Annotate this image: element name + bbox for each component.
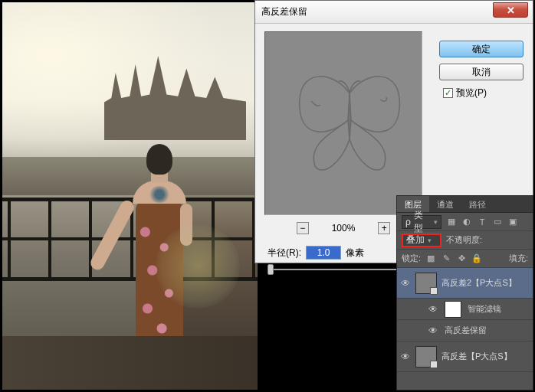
tab-paths[interactable]: 路径: [461, 196, 494, 212]
layer-thumbnail[interactable]: [415, 273, 437, 294]
smart-filters-row[interactable]: 👁 智能滤镜: [397, 299, 533, 320]
lock-transparency-icon[interactable]: ▩: [425, 253, 436, 264]
smart-object-badge-icon: [430, 361, 438, 368]
adjustment-filter-icon[interactable]: ◐: [461, 217, 472, 227]
ok-button[interactable]: 确定: [439, 41, 524, 57]
radius-unit: 像素: [346, 247, 364, 260]
lock-label: 锁定:: [402, 253, 421, 264]
filter-entry-name[interactable]: 高反差保留: [445, 325, 487, 336]
smart-filters-label: 智能滤镜: [468, 303, 501, 315]
dialog-titlebar[interactable]: 高反差保留 ✕: [255, 1, 533, 24]
visibility-toggle-icon[interactable]: 👁: [428, 325, 438, 336]
layer-name[interactable]: 高反差2【P大点S】: [441, 277, 517, 289]
lock-position-icon[interactable]: ✥: [456, 253, 467, 264]
smart-object-badge-icon: [430, 287, 438, 295]
smart-filter-icon[interactable]: ▣: [507, 217, 518, 227]
blend-mode-select[interactable]: 叠加▾: [402, 234, 441, 247]
walkway: [2, 336, 258, 390]
preview-checkbox[interactable]: ✓: [443, 88, 453, 98]
filter-entry-row[interactable]: 👁 高反差保留: [397, 320, 533, 341]
slider-thumb[interactable]: [268, 264, 274, 275]
zoom-in-button[interactable]: +: [378, 222, 390, 234]
layer-name[interactable]: 高反差【P大点S】: [441, 351, 512, 362]
visibility-toggle-icon[interactable]: 👁: [428, 304, 438, 315]
fill-label: 填充:: [509, 253, 528, 264]
layer-item-1[interactable]: 👁 高反差【P大点S】: [397, 341, 533, 372]
filter-type-select[interactable]: ρ类型▾: [402, 215, 441, 229]
cancel-button[interactable]: 取消: [439, 64, 524, 80]
preview-label: 预览(P): [456, 87, 487, 100]
smart-filter-mask-thumbnail[interactable]: [445, 301, 461, 318]
dialog-title: 高反差保留: [261, 5, 307, 18]
filter-type-row: ρ类型▾ ▦ ◐ T ▭ ▣: [397, 213, 533, 231]
layer-item-0[interactable]: 👁 高反差2【P大点S】: [397, 268, 533, 299]
lock-pixels-icon[interactable]: ✎: [441, 253, 451, 264]
layers-panel: 图层 通道 路径 ρ类型▾ ▦ ◐ T ▭ ▣ 叠加▾ 不透明度: 锁定: ▩ …: [396, 195, 533, 390]
tab-channels[interactable]: 通道: [429, 196, 461, 212]
lens-flare: [156, 224, 240, 309]
type-filter-icon[interactable]: T: [477, 217, 487, 227]
lock-row: 锁定: ▩ ✎ ✥ 🔒 填充:: [397, 250, 533, 268]
blend-row: 叠加▾ 不透明度:: [397, 231, 533, 250]
shape-filter-icon[interactable]: ▭: [492, 217, 503, 227]
close-icon[interactable]: ✕: [493, 2, 528, 18]
pixel-filter-icon[interactable]: ▦: [446, 217, 457, 227]
radius-input[interactable]: [306, 246, 341, 260]
lock-all-icon[interactable]: 🔒: [471, 253, 482, 264]
layer-thumbnail[interactable]: [415, 346, 437, 368]
visibility-toggle-icon[interactable]: 👁: [400, 351, 411, 362]
opacity-label: 不透明度:: [446, 234, 482, 246]
filter-preview[interactable]: [264, 31, 422, 215]
zoom-level: 100%: [332, 223, 356, 234]
zoom-out-button[interactable]: −: [297, 222, 309, 234]
radius-label: 半径(R):: [268, 247, 301, 260]
visibility-toggle-icon[interactable]: 👁: [400, 278, 411, 289]
butterfly-preview-icon: [288, 63, 411, 178]
document-canvas[interactable]: [2, 2, 258, 390]
